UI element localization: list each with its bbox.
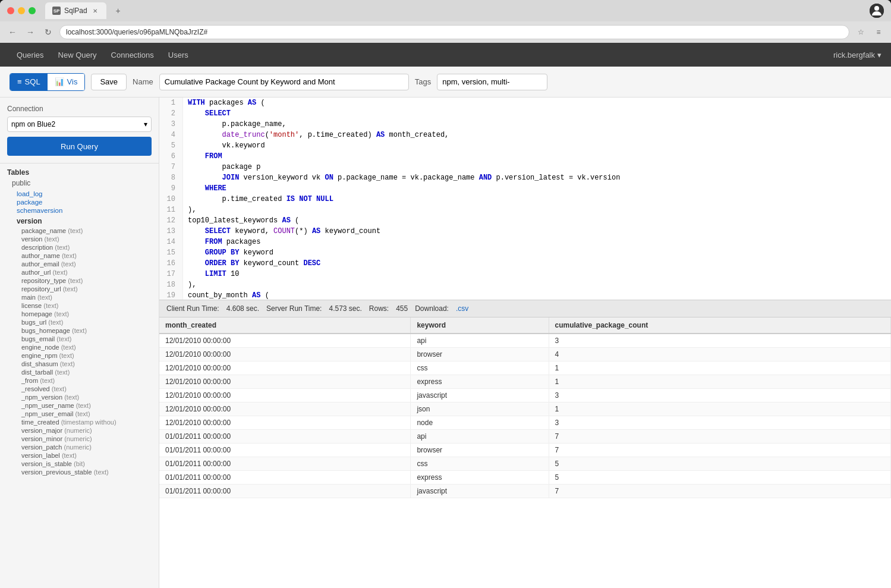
table-row: 01/01/2011 00:00:00api7 [159,430,891,444]
line-content: package p [183,162,260,172]
table-item-package[interactable]: package [7,198,152,206]
table-cell: 12/01/2010 00:00:00 [159,389,411,403]
menu-icon[interactable]: ≡ [872,26,885,39]
line-content: JOIN version_keyword vk ON p.package_nam… [183,172,620,183]
line-number: 13 [159,226,183,237]
table-cell: 3 [549,389,891,403]
code-line-15: 15 GROUP BY keyword [159,247,891,258]
nav-users[interactable]: Users [161,43,196,67]
minimize-traffic-light[interactable] [18,7,25,14]
line-content: p.time_created IS NOT NULL [183,194,333,205]
code-line-1: 1WITH packages AS ( [159,98,891,108]
bookmark-icon[interactable]: ☆ [854,26,867,39]
nav-user[interactable]: rick.bergfalk ▾ [833,51,881,59]
table-item-schemaversion[interactable]: schemaversion [7,206,152,215]
tags-input[interactable] [437,74,547,90]
nav-bar: Queries New Query Connections Users rick… [0,43,891,67]
sql-tab[interactable]: ≡ SQL [10,74,48,90]
address-bar[interactable]: localhost:3000/queries/o96paMLNQbaJrzIZ# [59,25,849,39]
code-line-18: 18), [159,279,891,290]
traffic-lights [7,7,36,14]
schema-heading[interactable]: public [7,179,152,187]
table-cell: javascript [411,389,549,403]
line-number: 11 [159,205,183,215]
table-cell: 5 [549,457,891,471]
version-field-engine_node: engine_node (text) [7,343,152,351]
version-field-time_created: time_created (timestamp withou) [7,418,152,426]
version-field-_npm_user_name: _npm_user_name (text) [7,401,152,410]
version-field-version_patch: version_patch (numeric) [7,443,152,451]
maximize-traffic-light[interactable] [29,7,36,14]
line-number: 1 [159,98,183,108]
version-field-dist_shasum: dist_shasum (text) [7,360,152,368]
table-item-load-log[interactable]: load_log [7,190,152,198]
line-content: ), [183,279,196,290]
nav-username: rick.bergfalk [833,51,875,59]
tab-favicon: SP [52,7,61,15]
query-toolbar: ≡ SQL 📊 Vis Save Name Tags [0,67,891,98]
table-cell: 01/01/2011 00:00:00 [159,485,411,498]
nav-queries[interactable]: Queries [10,43,51,67]
new-tab-button[interactable]: + [111,4,125,18]
line-number: 4 [159,130,183,140]
table-cell: 12/01/2010 00:00:00 [159,334,411,348]
version-fields: package_name (text)version (text)descrip… [7,227,152,476]
version-field-main: main (text) [7,293,152,301]
table-cell: 12/01/2010 00:00:00 [159,403,411,416]
save-button[interactable]: Save [91,74,127,90]
code-line-13: 13 SELECT keyword, COUNT(*) AS keyword_c… [159,226,891,237]
line-content: ), [183,205,196,215]
connection-value: npm on Blue2 [11,120,55,128]
tab-close-button[interactable]: ✕ [91,7,99,15]
client-time-label: Client Run Time: [166,304,219,313]
version-field-bugs_homepage: bugs_homepage (text) [7,326,152,335]
table-cell: browser [411,444,549,457]
sql-tab-icon: ≡ [17,77,22,86]
version-field-license: license (text) [7,301,152,310]
line-number: 6 [159,151,183,162]
code-line-14: 14 FROM packages [159,237,891,247]
rows-value: 455 [396,304,408,313]
main-content: Connection npm on Blue2 ▾ Run Query Tabl… [0,98,891,588]
line-number: 2 [159,108,183,119]
svg-point-1 [874,6,879,11]
nav-connections[interactable]: Connections [104,43,161,67]
table-row: 12/01/2010 00:00:00css1 [159,361,891,375]
table-cell: browser [411,348,549,361]
nav-new-query[interactable]: New Query [51,43,104,67]
version-field-repository_url: repository_url (text) [7,285,152,293]
version-field-bugs_email: bugs_email (text) [7,335,152,343]
csv-download-link[interactable]: .csv [456,304,468,313]
vis-tab[interactable]: 📊 Vis [48,74,85,90]
code-line-11: 11), [159,205,891,215]
line-number: 19 [159,290,183,300]
forward-button[interactable]: → [24,26,37,39]
code-line-4: 4 date_trunc('month', p.time_created) AS… [159,130,891,140]
back-button[interactable]: ← [6,26,19,39]
refresh-button[interactable]: ↻ [42,26,55,39]
version-field-author_url: author_url (text) [7,268,152,276]
close-traffic-light[interactable] [7,7,14,14]
table-heading-version[interactable]: version [17,217,152,225]
version-field-_npm_user_email: _npm_user_email (text) [7,410,152,418]
column-header-cumulative_package_count: cumulative_package_count [549,317,891,334]
table-cell: 12/01/2010 00:00:00 [159,375,411,389]
sql-tab-label: SQL [25,77,40,86]
table-cell: 12/01/2010 00:00:00 [159,416,411,430]
run-query-button[interactable]: Run Query [7,137,152,156]
code-editor[interactable]: 1WITH packages AS (2 SELECT3 p.package_n… [159,98,891,300]
table-cell: 7 [549,430,891,444]
browser-tab[interactable]: SP SqlPad ✕ [45,2,106,19]
line-number: 15 [159,247,183,258]
line-number: 3 [159,119,183,130]
tables-heading[interactable]: Tables [7,168,152,177]
table-cell: api [411,334,549,348]
code-line-12: 12top10_latest_keywords AS ( [159,215,891,226]
version-field-homepage: homepage (text) [7,310,152,318]
code-line-10: 10 p.time_created IS NOT NULL [159,194,891,205]
connection-select[interactable]: npm on Blue2 ▾ [7,117,152,132]
version-field-author_name: author_name (text) [7,251,152,260]
query-name-input[interactable] [159,74,409,90]
browser-titlebar: SP SqlPad ✕ + [0,0,891,21]
table-cell: 01/01/2011 00:00:00 [159,471,411,485]
